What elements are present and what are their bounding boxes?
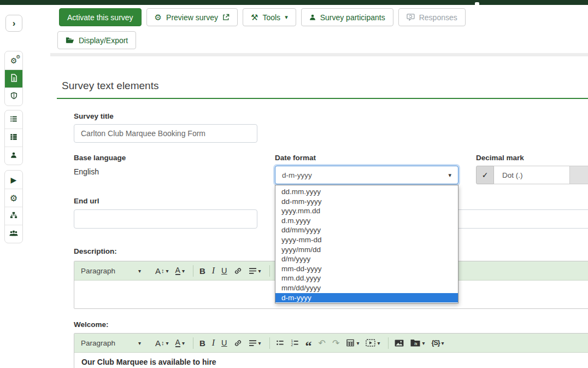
italic-icon: I [212, 338, 215, 348]
underline-icon: U [221, 338, 227, 347]
date-format-option[interactable]: d.m.yyyy [275, 216, 458, 226]
svg-text:2: 2 [291, 343, 293, 347]
decimal-mark-label: Decimal mark [476, 154, 524, 162]
redo-button[interactable]: ↷ [330, 336, 342, 349]
link-button[interactable] [232, 336, 244, 349]
chevron-down-icon: ▾ [422, 340, 425, 346]
date-format-option[interactable]: dd/mm/yyyy [275, 225, 458, 235]
decimal-mark-comma-option[interactable] [570, 166, 588, 184]
decimal-mark-selected-option[interactable]: Dot (.) [494, 166, 570, 184]
font-size-icon: A [155, 266, 161, 276]
paragraph-style-label: Paragraph [81, 339, 115, 347]
list-icon [10, 115, 17, 125]
align-icon [249, 340, 257, 347]
link-icon [234, 339, 242, 347]
placeholder-icon: {S} [432, 339, 440, 347]
media-embed-icon [366, 339, 375, 347]
sidebar-item-question-groups[interactable] [5, 128, 22, 147]
chevron-down-icon: ▾ [258, 268, 261, 274]
welcome-editor-content[interactable]: Our Club Marquee is available to hire [74, 353, 588, 368]
chevron-down-icon: ▾ [182, 268, 185, 274]
link-icon [234, 267, 242, 275]
numbered-list-button[interactable]: 12 [289, 336, 301, 349]
responses-icon [407, 14, 415, 21]
date-format-option[interactable]: d-m-yyyy [275, 293, 458, 303]
end-url-input[interactable] [74, 209, 257, 229]
bold-button[interactable]: B [197, 336, 208, 349]
responses-button[interactable]: Responses [398, 8, 466, 26]
page-title: Survey text elements [62, 80, 158, 92]
sidebar-item-general-settings[interactable]: ⚙ [5, 189, 22, 207]
date-format-option[interactable]: mm.dd.yyyy [275, 273, 458, 283]
caret-down-icon: ▾ [285, 14, 288, 20]
file-manager-icon: ls [410, 339, 420, 347]
date-format-option[interactable]: mm/dd/yyyy [275, 283, 458, 293]
survey-title-input[interactable] [74, 124, 257, 143]
italic-button[interactable]: I [210, 336, 217, 349]
date-format-option[interactable]: d/m/yyyy [275, 254, 458, 264]
date-format-option[interactable]: yyyy/mm/dd [275, 245, 458, 255]
tools-dropdown-button[interactable]: ⚒ Tools ▾ [243, 8, 296, 26]
font-size-button[interactable]: A↕▾ [153, 264, 171, 277]
paragraph-style-dropdown[interactable]: Paragraph ▾ [80, 264, 143, 277]
tools-label: Tools [262, 13, 280, 22]
survey-participants-button[interactable]: Survey participants [301, 8, 393, 26]
folder-open-icon [66, 37, 74, 44]
table-button[interactable]: ▾ [344, 336, 361, 349]
bold-button[interactable]: B [197, 264, 208, 277]
blockquote-button[interactable]: “ [303, 336, 314, 349]
preview-survey-button[interactable]: ⚙ Preview survey [146, 8, 238, 26]
date-format-option[interactable]: dd.mm.yyyy [275, 187, 458, 197]
link-button[interactable] [232, 264, 244, 277]
sidebar-item-run-survey[interactable]: ▶ [5, 171, 22, 189]
file-manager-button[interactable]: ls▾ [408, 336, 427, 349]
topbar-notch [475, 2, 479, 5]
undo-icon: ↶ [319, 338, 326, 348]
align-icon [249, 267, 257, 274]
activate-survey-button[interactable]: Activate this survey [59, 8, 142, 26]
media-embed-button[interactable]: ▾ [363, 336, 382, 349]
paragraph-style-dropdown[interactable]: Paragraph ▾ [80, 336, 143, 349]
top-navigation-bar [0, 0, 588, 5]
sidebar-item-participants[interactable] [5, 147, 22, 165]
italic-button[interactable]: I [210, 264, 217, 277]
date-format-option[interactable]: dd-mm-yyyy [275, 197, 458, 207]
sidebar-item-data-policy[interactable] [5, 87, 22, 106]
date-format-label: Date format [275, 154, 316, 162]
undo-button[interactable]: ↶ [316, 336, 328, 349]
svg-text:ls: ls [415, 342, 418, 346]
underline-button[interactable]: U [219, 264, 229, 277]
heading-underline [57, 98, 588, 99]
bold-icon: B [199, 338, 205, 348]
toolbar-separator [388, 337, 389, 349]
font-color-button[interactable]: A▾ [173, 264, 187, 277]
sidebar-item-settings-cogs[interactable]: ⚙⚙ [5, 51, 22, 69]
font-color-button[interactable]: A▾ [173, 336, 187, 349]
chevron-right-icon: › [13, 18, 16, 29]
paragraph-style-label: Paragraph [81, 267, 115, 275]
sidebar-expand-button[interactable]: › [5, 15, 22, 32]
date-format-option[interactable]: yyyy-mm-dd [275, 235, 458, 245]
sidebar-item-survey-text-elements[interactable] [5, 69, 22, 87]
check-icon: ✓ [482, 171, 489, 179]
align-button[interactable]: ▾ [246, 264, 263, 277]
sidebar-item-user-groups[interactable] [5, 225, 22, 243]
font-size-button[interactable]: A↕▾ [153, 336, 171, 349]
bullet-list-button[interactable] [274, 336, 286, 349]
display-export-button[interactable]: Display/Export [57, 31, 136, 49]
sidebar-item-question-list[interactable] [5, 110, 22, 128]
align-button[interactable]: ▾ [246, 336, 263, 349]
insert-image-button[interactable] [392, 336, 406, 349]
date-format-option[interactable]: yyyy.mm.dd [275, 206, 458, 216]
date-format-select[interactable]: d-m-yyyy ▾ [275, 166, 458, 184]
description-label: Description: [74, 247, 117, 255]
survey-toolbar: Activate this survey ⚙ Preview survey ⚒ … [59, 8, 466, 26]
toolbar-separator [193, 337, 193, 349]
table-icon [346, 339, 355, 347]
underline-button[interactable]: U [219, 336, 229, 349]
placeholder-button[interactable]: {S}▾ [430, 336, 446, 349]
decimal-mark-check-button[interactable]: ✓ [476, 166, 494, 184]
sidebar-item-survey-structure[interactable] [5, 207, 22, 225]
date-format-option[interactable]: mm-dd-yyyy [275, 264, 458, 274]
redo-icon: ↷ [332, 338, 339, 348]
